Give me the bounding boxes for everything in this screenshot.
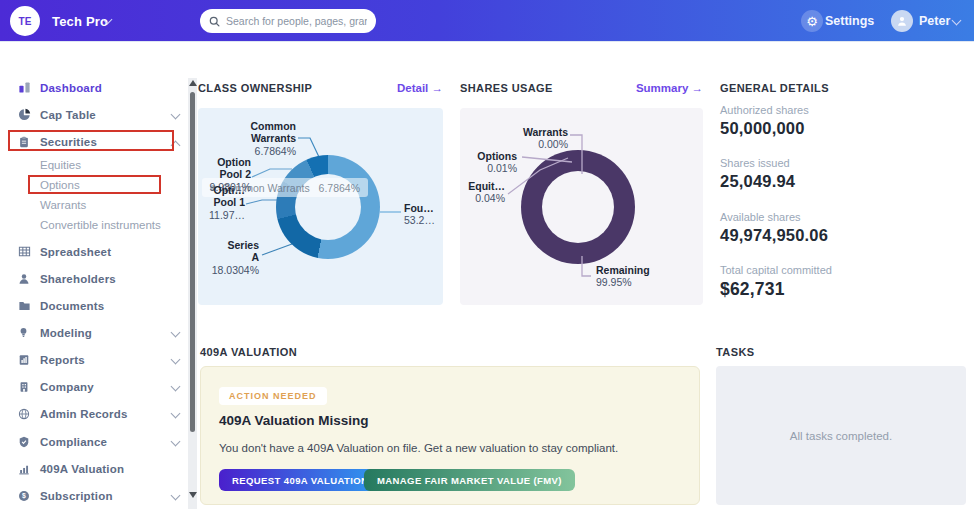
shares-usage-header: SHARES USAGE Summary → xyxy=(460,82,703,94)
person-icon xyxy=(18,272,32,286)
arrow-right-icon: → xyxy=(432,82,444,94)
sidebar-item-409a-valuation[interactable]: 409A Valuation xyxy=(0,461,186,476)
search-bar[interactable] xyxy=(200,9,376,33)
stat-authorized-shares: Authorized shares 50,000,000 xyxy=(720,104,965,138)
chevron-down-icon[interactable] xyxy=(952,16,962,26)
sidebar-item-convertible-instruments[interactable]: Convertible instruments xyxy=(40,219,161,231)
manage-fmv-button[interactable]: MANAGE FAIR MARKET VALUE (FMV) xyxy=(364,469,575,491)
company-switcher[interactable]: Tech Pro xyxy=(52,0,108,42)
clipboard-icon xyxy=(18,135,32,149)
company-name: Tech Pro xyxy=(52,14,108,29)
slice-label-warrants: Warrants 0.00% xyxy=(523,126,568,151)
class-ownership-header: CLASS OWNERSHIP Detail → xyxy=(198,82,443,94)
arrow-right-icon: → xyxy=(692,82,704,94)
report-icon xyxy=(18,353,32,367)
user-avatar[interactable] xyxy=(891,10,913,32)
scroll-up-icon[interactable] xyxy=(189,80,197,86)
valuation-missing-body: You don't have a 409A Valuation on file.… xyxy=(219,442,618,454)
slice-label-option-pool-1: Opti… Pool 1 11.97… xyxy=(209,184,245,221)
search-icon xyxy=(209,16,220,27)
general-details-title: GENERAL DETAILS xyxy=(720,82,829,94)
settings-button[interactable]: ⚙ xyxy=(801,10,823,32)
slice-label-series-a: Series A 18.0304% xyxy=(212,239,259,276)
slice-label-options: Options 0.01% xyxy=(477,150,517,175)
sidebar-item-documents[interactable]: Documents xyxy=(0,298,186,313)
chevron-down-icon xyxy=(171,110,181,120)
shares-usage-card: Warrants 0.00% Options 0.01% Equit… 0.04… xyxy=(460,108,703,305)
chevron-down-icon xyxy=(171,491,181,501)
bar-chart-icon xyxy=(18,462,32,476)
sidebar-item-options[interactable]: Options xyxy=(40,179,80,191)
company-avatar[interactable]: TE xyxy=(10,6,40,36)
class-ownership-detail-link[interactable]: Detail → xyxy=(397,82,443,94)
person-icon xyxy=(896,15,908,27)
folder-icon xyxy=(18,299,32,313)
dollar-circle-icon: $ xyxy=(18,489,32,503)
valuation-409a-card: ACTION NEEDED 409A Valuation Missing You… xyxy=(200,366,700,505)
top-bar: TE Tech Pro ⚙ Settings Peter xyxy=(0,0,974,42)
gear-icon: ⚙ xyxy=(806,15,818,28)
sidebar-item-subscription[interactable]: $ Subscription xyxy=(0,488,186,503)
lightbulb-icon xyxy=(18,326,32,340)
building-icon xyxy=(18,380,32,394)
valuation-missing-heading: 409A Valuation Missing xyxy=(219,413,369,428)
request-409a-valuation-button[interactable]: REQUEST 409A VALUATION xyxy=(219,469,381,491)
search-input[interactable] xyxy=(226,15,367,27)
action-needed-badge: ACTION NEEDED xyxy=(219,387,327,405)
tasks-card: All tasks completed. xyxy=(716,366,966,505)
pie-chart-icon xyxy=(18,108,32,122)
sidebar-item-reports[interactable]: Reports xyxy=(0,352,186,367)
settings-label[interactable]: Settings xyxy=(825,0,874,42)
sidebar-item-equities[interactable]: Equities xyxy=(40,159,81,171)
shares-usage-title: SHARES USAGE xyxy=(460,82,553,94)
user-name[interactable]: Peter xyxy=(919,0,950,42)
chevron-up-icon xyxy=(171,141,181,151)
sidebar-scrollbar-thumb[interactable] xyxy=(190,92,195,432)
class-ownership-title: CLASS OWNERSHIP xyxy=(198,82,312,94)
sidebar-item-compliance[interactable]: Compliance xyxy=(0,434,186,449)
dashboard-icon xyxy=(18,81,32,95)
sidebar-item-modeling[interactable]: Modeling xyxy=(0,325,186,340)
svg-text:$: $ xyxy=(22,492,26,500)
sidebar-item-warrants[interactable]: Warrants xyxy=(40,199,86,211)
spreadsheet-icon xyxy=(18,245,32,259)
slice-label-remaining: Remaining 99.95% xyxy=(596,264,650,289)
sidebar-item-admin-records[interactable]: Admin Records xyxy=(0,406,186,421)
stat-available-shares: Available shares 49,974,950.06 xyxy=(720,211,965,245)
shield-check-icon xyxy=(18,435,32,449)
sidebar-item-company[interactable]: Company xyxy=(0,379,186,394)
chevron-down-icon xyxy=(171,409,181,419)
stat-total-capital-committed: Total capital committed $62,731 xyxy=(720,264,965,300)
sidebar-item-dashboard[interactable]: Dashboard xyxy=(0,80,186,95)
sidebar-item-spreadsheet[interactable]: Spreadsheet xyxy=(0,244,186,259)
tasks-title: TASKS xyxy=(716,346,754,358)
sidebar-item-cap-table[interactable]: Cap Table xyxy=(0,107,186,122)
sidebar-item-shareholders[interactable]: Shareholders xyxy=(0,271,186,286)
tooltip-value: 6.7864% xyxy=(319,182,360,194)
slice-label-equity: Equit… 0.04% xyxy=(468,180,505,205)
tasks-empty-message: All tasks completed. xyxy=(790,430,892,442)
shares-usage-summary-link[interactable]: Summary → xyxy=(636,82,703,94)
slice-label-common-warrants: Common Warrants 6.7864% xyxy=(251,120,297,157)
stat-shares-issued: Shares issued 25,049.94 xyxy=(720,157,965,191)
chevron-down-icon xyxy=(171,382,181,392)
chevron-down-icon xyxy=(171,328,181,338)
globe-icon xyxy=(18,407,32,421)
chevron-down-icon xyxy=(171,437,181,447)
shares-usage-donut-hole xyxy=(542,171,614,243)
slice-label-founders: Fou… 53.2… xyxy=(404,202,435,227)
scroll-down-icon[interactable] xyxy=(189,492,197,498)
sidebar-item-securities[interactable]: Securities xyxy=(0,134,186,149)
chevron-down-icon xyxy=(171,355,181,365)
class-ownership-card: Common Warrants 6.7864% Common Warrants … xyxy=(198,108,443,305)
valuation-409a-title: 409A VALUATION xyxy=(200,346,297,358)
